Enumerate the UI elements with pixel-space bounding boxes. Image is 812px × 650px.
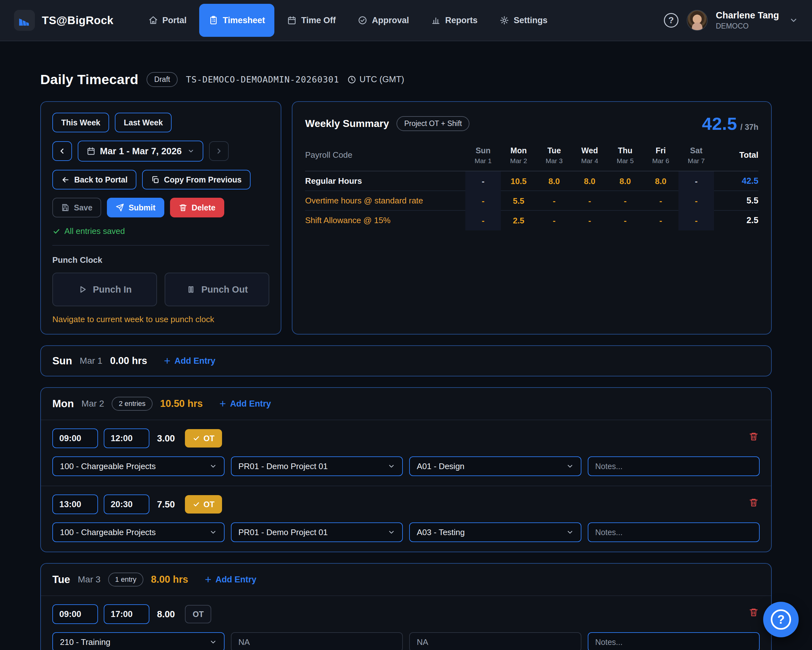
delete-entry-button[interactable] <box>749 607 759 617</box>
col-sun: SunMar 1 <box>465 145 501 165</box>
duration-value: 3.00 <box>157 433 175 444</box>
back-to-portal-button[interactable]: Back to Portal <box>52 170 136 190</box>
nav-item-settings[interactable]: Settings <box>490 4 557 37</box>
document-id: TS-DEMOCO-DEMOADMIN-20260301 <box>186 75 339 84</box>
check-icon <box>52 227 61 236</box>
col-fri: FriMar 6 <box>643 145 678 165</box>
add-entry-button[interactable]: Add Entry <box>163 356 215 366</box>
nav-item-time-off[interactable]: Time Off <box>278 4 345 37</box>
day-header: Mon Mar 2 2 entries 10.50 hrs Add Entry <box>41 388 771 420</box>
weekly-summary-card: Weekly Summary Project OT + Shift 42.5 /… <box>292 101 772 335</box>
activity-value: A03 - Testing <box>417 528 465 537</box>
col-thu: ThuMar 5 <box>607 145 643 165</box>
project-value: NA <box>238 637 250 647</box>
end-time-input[interactable] <box>104 428 150 448</box>
end-time-input[interactable] <box>104 604 150 624</box>
chevron-down-icon[interactable] <box>789 16 798 25</box>
entry-detail-row: 100 - Chargeable Projects PR01 - Demo Pr… <box>52 522 760 542</box>
plus-icon <box>163 357 171 365</box>
trash-icon <box>749 607 759 617</box>
cost-code-select[interactable]: 100 - Chargeable Projects <box>52 456 224 476</box>
start-time-input[interactable] <box>52 428 98 448</box>
punch-in-button[interactable]: Punch In <box>52 273 157 306</box>
save-label: Save <box>74 203 92 212</box>
nav-item-label: Reports <box>445 15 477 25</box>
nav-item-timesheet[interactable]: Timesheet <box>199 4 274 37</box>
notes-input[interactable] <box>588 632 760 650</box>
col-sat: SatMar 7 <box>678 145 714 165</box>
back-to-portal-label: Back to Portal <box>74 175 128 184</box>
chevron-down-icon <box>388 462 395 470</box>
activity-value: NA <box>417 637 428 647</box>
cost-code-select[interactable]: 210 - Training <box>52 632 224 650</box>
day-name: Tue <box>52 574 70 586</box>
day-date: Mar 2 <box>81 399 104 409</box>
project-select[interactable]: PR01 - Demo Project 01 <box>231 456 403 476</box>
duration-value: 8.00 <box>157 609 175 619</box>
saved-status-label: All entries saved <box>64 226 125 236</box>
previous-week-button[interactable] <box>52 141 72 161</box>
arrow-left-icon <box>61 176 70 184</box>
plus-icon <box>218 399 227 408</box>
brand[interactable]: TS@BigRock <box>14 10 114 31</box>
activity-select[interactable]: A03 - Testing <box>409 522 582 542</box>
end-time-input[interactable] <box>104 494 150 514</box>
date-range-label: Mar 1 - Mar 7, 2026 <box>100 146 182 156</box>
chevron-down-icon <box>209 462 217 470</box>
project-select[interactable]: PR01 - Demo Project 01 <box>231 522 403 542</box>
add-entry-button[interactable]: Add Entry <box>204 575 256 584</box>
help-icon[interactable]: ? <box>664 13 678 28</box>
summary-title: Weekly Summary <box>305 118 389 130</box>
help-icon: ? <box>771 609 791 630</box>
chevron-left-icon <box>58 147 66 155</box>
notes-input[interactable] <box>588 456 760 476</box>
bar-chart-icon <box>431 15 441 25</box>
last-week-button[interactable]: Last Week <box>115 113 172 132</box>
week-shortcut-row: This Week Last Week <box>52 113 269 132</box>
divider <box>52 245 269 246</box>
ot-toggle[interactable]: OT <box>185 495 222 514</box>
week-target-hours: / 37h <box>740 122 759 132</box>
notes-input[interactable] <box>588 522 760 542</box>
play-icon <box>78 285 87 294</box>
floating-help-button[interactable]: ? <box>763 602 799 637</box>
avatar[interactable] <box>687 10 708 31</box>
punch-warning: Navigate to current week to use punch cl… <box>52 315 269 324</box>
start-time-input[interactable] <box>52 494 98 514</box>
nav-item-label: Approval <box>372 15 409 25</box>
nav-item-approval[interactable]: Approval <box>348 4 418 37</box>
next-week-button[interactable] <box>209 141 229 161</box>
punch-out-button[interactable]: Punch Out <box>165 273 269 306</box>
time-row: 7.50 OT <box>52 494 760 514</box>
controls-card: This Week Last Week Mar 1 - Mar 7, 2026 <box>40 101 281 335</box>
page-title: Daily Timecard <box>40 72 138 87</box>
chevron-down-icon <box>566 528 574 536</box>
ot-toggle[interactable]: OT <box>185 429 222 448</box>
add-entry-label: Add Entry <box>174 356 215 366</box>
nav-item-label: Portal <box>162 15 187 25</box>
ot-toggle[interactable]: OT <box>185 605 211 623</box>
copy-from-previous-button[interactable]: Copy From Previous <box>142 170 250 190</box>
submit-button[interactable]: Submit <box>107 198 164 217</box>
delete-entry-button[interactable] <box>749 432 759 441</box>
activity-select[interactable]: A01 - Design <box>409 456 582 476</box>
week-total-hours: 42.5 <box>702 113 737 134</box>
nav-item-portal[interactable]: Portal <box>139 4 196 37</box>
saved-status: All entries saved <box>52 226 269 236</box>
day-entries: 8.00 OT 210 - Training NA <box>41 595 771 650</box>
day-hours: 10.50 hrs <box>160 398 203 410</box>
day-hours: 8.00 hrs <box>151 574 188 585</box>
nav-item-label: Settings <box>514 15 548 25</box>
date-range-button[interactable]: Mar 1 - Mar 7, 2026 <box>78 141 203 162</box>
delete-entry-button[interactable] <box>749 498 759 507</box>
summary-row-shift-allowance: Shift Allowance @ 15% - 2.5 - - - - - 2.… <box>305 211 759 230</box>
calendar-icon <box>87 147 95 156</box>
delete-button[interactable]: Delete <box>170 198 224 217</box>
this-week-button[interactable]: This Week <box>52 113 109 132</box>
save-button[interactable]: Save <box>52 198 101 217</box>
add-entry-button[interactable]: Add Entry <box>218 399 271 409</box>
nav-item-reports[interactable]: Reports <box>421 4 487 37</box>
start-time-input[interactable] <box>52 604 98 624</box>
cost-code-select[interactable]: 100 - Chargeable Projects <box>52 522 224 542</box>
nav-item-label: Timesheet <box>223 15 265 25</box>
